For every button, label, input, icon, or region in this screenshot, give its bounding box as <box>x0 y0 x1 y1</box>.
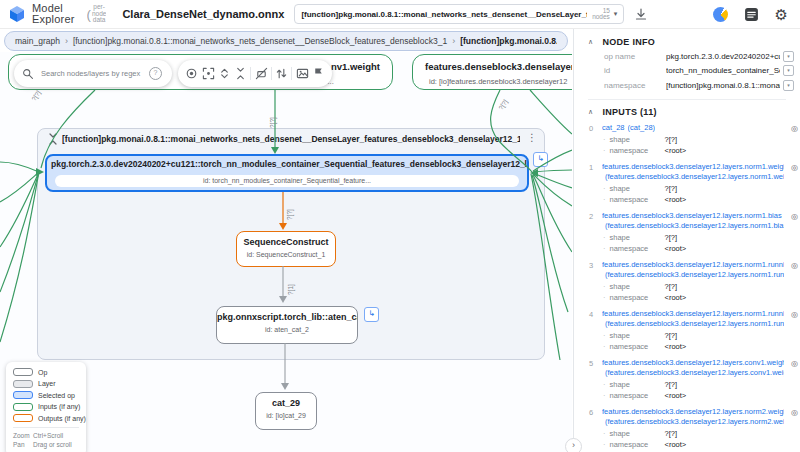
node-id-pill: id: torch_nn_modules_container_Sequentia… <box>55 175 519 187</box>
inputs-swatch <box>13 403 33 411</box>
input-item: 6 features.denseblock3.denselayer12.laye… <box>588 407 800 449</box>
layer-denselayer12[interactable]: [function]pkg.monai.0.8.1::monai_network… <box>37 128 545 360</box>
legend-item-selected-op: Selected op <box>13 391 79 399</box>
shortcut-zoom: Zoom Ctrl+Scroll <box>13 432 79 439</box>
input-link[interactable]: features.denseblock3.denselayer12.layers… <box>602 260 784 270</box>
input-link[interactable]: features.denseblock3.denselayer12.layers… <box>602 162 784 172</box>
selected-node-sequential[interactable]: pkg.torch.2.3.0.dev20240202+cu121::torch… <box>45 154 529 192</box>
legend: Op Layer Selected op Inputs (if any) Out… <box>6 362 86 452</box>
flatten-layers-off-icon[interactable] <box>255 67 268 80</box>
input-item: 5 features.denseblock3.denselayer12.laye… <box>588 358 800 400</box>
input-link[interactable]: features.denseblock3.denselayer12.layers… <box>602 407 784 417</box>
legend-divider <box>13 427 79 428</box>
input-item: 0 cat_28(cat_28) ◎ ·shape?[?] ·namespace… <box>588 123 800 156</box>
locate-icon[interactable]: ◎ <box>791 124 798 133</box>
node-info-panel: ∧ NODE INFO op name pkg.torch.2.3.0.dev2… <box>573 28 800 452</box>
locate-icon[interactable]: ◎ <box>791 408 798 417</box>
expand-value-icon[interactable]: ▾ <box>783 65 794 76</box>
node-aten-cat[interactable]: pkg.onnxscript.torch_lib::aten_cat id: a… <box>216 306 358 344</box>
node-info-header[interactable]: ∧ NODE INFO <box>588 37 800 47</box>
selected-op-swatch <box>13 391 33 399</box>
graph-canvas[interactable]: nv1.weight ...rs.co... features.denseblo… <box>0 52 572 452</box>
input-item: 1 features.denseblock3.denselayer12.laye… <box>588 162 800 204</box>
kebab-menu-icon[interactable]: ⋮ <box>527 132 537 143</box>
collapse-all-icon[interactable] <box>234 67 247 80</box>
chevron-up-icon: ∧ <box>588 108 593 116</box>
tab-model-file[interactable]: Clara_DenseNet_dynamo.onnx <box>122 8 284 20</box>
settings-gear-icon[interactable]: ⚙ <box>775 7 788 22</box>
field-namespace: namespace [function]pkg.monai.0.8.1::mon… <box>588 80 800 91</box>
list-icon[interactable] <box>744 7 759 22</box>
breadcrumb: main_graph › [function]pkg.monai.0.8.1::… <box>4 31 568 51</box>
breadcrumb-main-graph[interactable]: main_graph <box>15 36 60 46</box>
search-bar[interactable]: ? <box>14 60 172 87</box>
inputs-header[interactable]: ∧ INPUTS (11) <box>588 107 800 117</box>
open-in-layer-icon[interactable]: ↳ <box>364 307 379 322</box>
inputs-list: 0 cat_28(cat_28) ◎ ·shape?[?] ·namespace… <box>588 123 800 452</box>
download-icon[interactable] <box>634 7 648 21</box>
input-node-denselayer12[interactable]: features.denseblock3.denselayer12.laye i… <box>412 54 572 90</box>
node-cat-29[interactable]: cat_29 id: [io]cat_29 <box>255 392 317 430</box>
layer-swatch <box>13 380 33 388</box>
node-sequence-construct[interactable]: SequenceConstruct id: SequenceConstruct_… <box>236 231 336 267</box>
input-link[interactable]: features.denseblock3.denselayer12.layers… <box>602 309 784 319</box>
outputs-swatch <box>13 414 33 422</box>
legend-item-outputs: Outputs (if any) <box>13 414 79 422</box>
edge-label: ?[?] <box>269 117 276 128</box>
edge-label: ?[?] <box>30 89 42 102</box>
chevron-down-icon: ▾ <box>614 10 618 18</box>
edge-label: ?[?] <box>497 98 509 111</box>
expand-value-icon[interactable]: ▾ <box>783 51 794 62</box>
input-item: 3 features.denseblock3.denselayer12.laye… <box>588 260 800 302</box>
op-swatch <box>13 368 33 376</box>
edge-label: ?[1] <box>287 284 294 295</box>
graph-toolbar <box>178 60 332 87</box>
node-count-badge: 15 nodes <box>592 8 610 21</box>
expand-all-icon[interactable] <box>218 67 231 80</box>
edge-label: ?[?] <box>286 209 293 220</box>
shortcut-pan: Pan Drag or scroll <box>13 441 79 448</box>
field-id: id torch_nn_modules_container_Sequ... ▾ <box>588 65 800 76</box>
locate-icon[interactable]: ◎ <box>791 359 798 368</box>
theme-palette-icon[interactable] <box>713 7 728 22</box>
input-item: 4 features.denseblock3.denselayer12.laye… <box>588 309 800 351</box>
chevron-up-icon: ∧ <box>588 38 593 46</box>
locate-icon[interactable]: ◎ <box>791 261 798 270</box>
panel-divider <box>588 99 786 100</box>
input-link[interactable]: features.denseblock3.denselayer12.layers… <box>602 211 782 221</box>
input-item: 2 features.denseblock3.denselayer12.laye… <box>588 211 800 253</box>
input-link[interactable]: features.denseblock3.denselayer12.layers… <box>602 358 784 368</box>
app-title: Model Explorer <box>32 3 75 25</box>
graph-selector[interactable]: [function]pkg.monai.0.8.1::monai_network… <box>294 4 624 24</box>
breadcrumb-current[interactable]: [function]pkg.monai.0.8.1::monai_netw... <box>460 36 557 46</box>
chevron-right-icon: › <box>452 36 455 46</box>
locate-icon[interactable]: ◎ <box>791 212 798 221</box>
graph-selector-label: [function]pkg.monai.0.8.1::monai_network… <box>301 10 587 19</box>
per-node-data-control[interactable]: ( per- node data <box>87 0 107 28</box>
legend-item-layer: Layer <box>13 380 79 388</box>
search-icon <box>22 68 34 80</box>
toolbar-separator <box>291 67 292 80</box>
toolbar-separator <box>250 67 251 80</box>
swap-vertical-icon[interactable] <box>275 67 288 80</box>
flag-icon[interactable] <box>312 67 325 80</box>
breadcrumb-denseblock[interactable]: [function]pkg.monai.0.8.1::monai_network… <box>73 36 447 46</box>
curve-bracket-icon: ( <box>87 7 91 22</box>
top-bar: Model Explorer ( per- node data Clara_De… <box>0 0 800 29</box>
field-op-name: op name pkg.torch.2.3.0.dev20240202+cu12… <box>588 51 800 62</box>
expand-value-icon[interactable]: ▾ <box>783 80 794 91</box>
collapse-panel-button[interactable]: › <box>565 438 582 452</box>
locate-icon[interactable]: ◎ <box>791 163 798 172</box>
toolbar-separator <box>271 67 272 80</box>
open-in-layer-icon[interactable]: ↳ <box>533 152 548 167</box>
fit-screen-icon[interactable] <box>202 67 215 80</box>
app-logo <box>8 5 26 23</box>
collapse-layer-icon[interactable] <box>47 133 59 145</box>
visibility-icon[interactable] <box>185 67 198 80</box>
snapshot-image-icon[interactable] <box>296 67 309 80</box>
input-link[interactable]: cat_28 <box>602 123 625 133</box>
search-input[interactable] <box>39 68 149 79</box>
help-icon[interactable]: ? <box>149 67 162 80</box>
legend-item-op: Op <box>13 368 79 376</box>
locate-icon[interactable]: ◎ <box>791 310 798 319</box>
